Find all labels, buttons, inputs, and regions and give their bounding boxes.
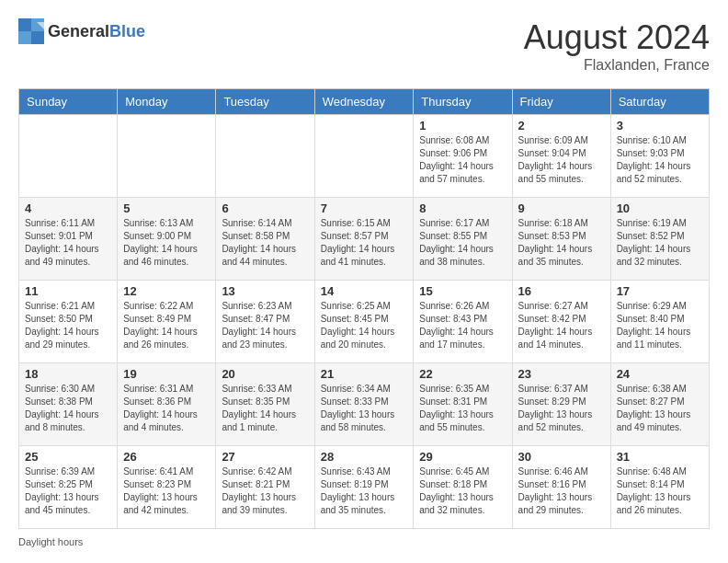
calendar-cell: 16Sunrise: 6:27 AM Sunset: 8:42 PM Dayli… [512,281,610,363]
day-number: 11 [25,284,111,298]
calendar-cell: 3Sunrise: 6:10 AM Sunset: 9:03 PM Daylig… [610,115,709,198]
day-info: Sunrise: 6:29 AM Sunset: 8:40 PM Dayligh… [617,300,703,351]
calendar-cell: 13Sunrise: 6:23 AM Sunset: 8:47 PM Dayli… [216,281,314,363]
header: GeneralBlue August 2024 Flaxlanden, Fran… [18,18,710,74]
day-info: Sunrise: 6:25 AM Sunset: 8:45 PM Dayligh… [321,300,408,351]
day-number: 7 [321,201,408,215]
day-info: Sunrise: 6:13 AM Sunset: 9:00 PM Dayligh… [123,217,210,269]
svg-rect-3 [31,31,44,44]
logo-icon [18,18,44,44]
calendar-cell: 31Sunrise: 6:48 AM Sunset: 8:14 PM Dayli… [610,446,709,529]
day-info: Sunrise: 6:27 AM Sunset: 8:42 PM Dayligh… [518,300,605,351]
calendar-cell: 2Sunrise: 6:09 AM Sunset: 9:04 PM Daylig… [512,115,610,198]
calendar-cell: 6Sunrise: 6:14 AM Sunset: 8:58 PM Daylig… [216,198,314,281]
calendar-cell [19,115,118,198]
title-area: August 2024 Flaxlanden, France [524,18,710,74]
calendar-cell: 20Sunrise: 6:33 AM Sunset: 8:35 PM Dayli… [216,363,314,446]
day-number: 21 [321,367,408,381]
day-info: Sunrise: 6:10 AM Sunset: 9:03 PM Dayligh… [617,134,703,186]
day-number: 4 [25,201,111,215]
day-number: 18 [25,367,111,381]
calendar-cell: 9Sunrise: 6:18 AM Sunset: 8:53 PM Daylig… [512,198,610,281]
weekday-header-sunday: Sunday [19,89,118,115]
day-info: Sunrise: 6:21 AM Sunset: 8:50 PM Dayligh… [25,300,111,351]
weekday-header-wednesday: Wednesday [314,89,414,115]
day-info: Sunrise: 6:39 AM Sunset: 8:25 PM Dayligh… [25,465,111,517]
day-number: 10 [617,201,703,215]
day-info: Sunrise: 6:19 AM Sunset: 8:52 PM Dayligh… [617,217,703,269]
month-year: August 2024 [524,18,710,57]
day-info: Sunrise: 6:33 AM Sunset: 8:35 PM Dayligh… [222,383,308,434]
calendar-cell: 7Sunrise: 6:15 AM Sunset: 8:57 PM Daylig… [314,198,414,281]
day-info: Sunrise: 6:37 AM Sunset: 8:29 PM Dayligh… [518,383,605,434]
day-number: 22 [419,367,506,381]
day-info: Sunrise: 6:38 AM Sunset: 8:27 PM Dayligh… [617,383,703,434]
day-info: Sunrise: 6:42 AM Sunset: 8:21 PM Dayligh… [222,465,308,517]
calendar-cell: 18Sunrise: 6:30 AM Sunset: 8:38 PM Dayli… [19,363,118,446]
day-info: Sunrise: 6:09 AM Sunset: 9:04 PM Dayligh… [518,134,605,186]
day-info: Sunrise: 6:22 AM Sunset: 8:49 PM Dayligh… [123,300,210,351]
calendar-cell: 12Sunrise: 6:22 AM Sunset: 8:49 PM Dayli… [118,281,216,363]
calendar-cell: 25Sunrise: 6:39 AM Sunset: 8:25 PM Dayli… [19,446,118,529]
day-number: 3 [617,119,703,132]
day-number: 16 [518,284,605,298]
weekday-header-saturday: Saturday [610,89,709,115]
calendar-cell: 24Sunrise: 6:38 AM Sunset: 8:27 PM Dayli… [610,363,709,446]
location: Flaxlanden, France [524,57,710,74]
day-number: 30 [518,450,605,464]
weekday-header-monday: Monday [118,89,216,115]
day-number: 12 [123,284,210,298]
calendar-cell: 22Sunrise: 6:35 AM Sunset: 8:31 PM Dayli… [414,363,512,446]
week-row-1: 1Sunrise: 6:08 AM Sunset: 9:06 PM Daylig… [19,115,710,198]
calendar-cell: 4Sunrise: 6:11 AM Sunset: 9:01 PM Daylig… [19,198,118,281]
day-info: Sunrise: 6:45 AM Sunset: 8:18 PM Dayligh… [419,465,506,517]
day-number: 13 [222,284,308,298]
day-number: 1 [419,119,506,132]
week-row-5: 25Sunrise: 6:39 AM Sunset: 8:25 PM Dayli… [19,446,710,529]
day-info: Sunrise: 6:48 AM Sunset: 8:14 PM Dayligh… [617,465,703,517]
day-number: 27 [222,450,308,464]
day-info: Sunrise: 6:46 AM Sunset: 8:16 PM Dayligh… [518,465,605,517]
day-number: 23 [518,367,605,381]
day-number: 26 [123,450,210,464]
calendar-cell: 21Sunrise: 6:34 AM Sunset: 8:33 PM Dayli… [314,363,414,446]
day-number: 8 [419,201,506,215]
day-info: Sunrise: 6:17 AM Sunset: 8:55 PM Dayligh… [419,217,506,269]
day-info: Sunrise: 6:08 AM Sunset: 9:06 PM Dayligh… [419,134,506,186]
weekday-header-thursday: Thursday [414,89,512,115]
week-row-4: 18Sunrise: 6:30 AM Sunset: 8:38 PM Dayli… [19,363,710,446]
day-info: Sunrise: 6:18 AM Sunset: 8:53 PM Dayligh… [518,217,605,269]
calendar-cell: 17Sunrise: 6:29 AM Sunset: 8:40 PM Dayli… [610,281,709,363]
day-number: 15 [419,284,506,298]
calendar-cell [216,115,314,198]
day-info: Sunrise: 6:14 AM Sunset: 8:58 PM Dayligh… [222,217,308,269]
day-info: Sunrise: 6:15 AM Sunset: 8:57 PM Dayligh… [321,217,408,269]
day-number: 20 [222,367,308,381]
day-info: Sunrise: 6:26 AM Sunset: 8:43 PM Dayligh… [419,300,506,351]
calendar-cell: 8Sunrise: 6:17 AM Sunset: 8:55 PM Daylig… [414,198,512,281]
footer-note: Daylight hours [18,536,710,547]
svg-rect-2 [18,31,31,44]
day-info: Sunrise: 6:11 AM Sunset: 9:01 PM Dayligh… [25,217,111,269]
day-info: Sunrise: 6:23 AM Sunset: 8:47 PM Dayligh… [222,300,308,351]
calendar-cell: 15Sunrise: 6:26 AM Sunset: 8:43 PM Dayli… [414,281,512,363]
calendar-cell: 10Sunrise: 6:19 AM Sunset: 8:52 PM Dayli… [610,198,709,281]
calendar-cell: 29Sunrise: 6:45 AM Sunset: 8:18 PM Dayli… [414,446,512,529]
week-row-3: 11Sunrise: 6:21 AM Sunset: 8:50 PM Dayli… [19,281,710,363]
logo-general: General [48,22,109,40]
calendar-cell: 27Sunrise: 6:42 AM Sunset: 8:21 PM Dayli… [216,446,314,529]
day-info: Sunrise: 6:31 AM Sunset: 8:36 PM Dayligh… [123,383,210,434]
calendar-cell: 5Sunrise: 6:13 AM Sunset: 9:00 PM Daylig… [118,198,216,281]
day-number: 14 [321,284,408,298]
calendar-cell: 19Sunrise: 6:31 AM Sunset: 8:36 PM Dayli… [118,363,216,446]
calendar-cell: 23Sunrise: 6:37 AM Sunset: 8:29 PM Dayli… [512,363,610,446]
day-number: 6 [222,201,308,215]
calendar-cell: 26Sunrise: 6:41 AM Sunset: 8:23 PM Dayli… [118,446,216,529]
svg-rect-0 [18,18,31,31]
day-info: Sunrise: 6:30 AM Sunset: 8:38 PM Dayligh… [25,383,111,434]
day-number: 24 [617,367,703,381]
day-info: Sunrise: 6:43 AM Sunset: 8:19 PM Dayligh… [321,465,408,517]
calendar-cell: 14Sunrise: 6:25 AM Sunset: 8:45 PM Dayli… [314,281,414,363]
day-number: 25 [25,450,111,464]
calendar-cell: 11Sunrise: 6:21 AM Sunset: 8:50 PM Dayli… [19,281,118,363]
